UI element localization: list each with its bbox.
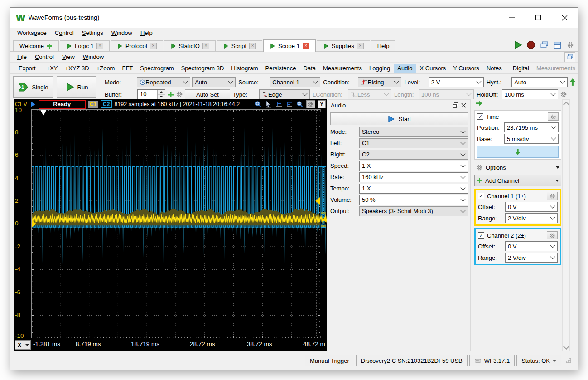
close-button[interactable] bbox=[551, 8, 578, 28]
x-cursor-tool-icon[interactable] bbox=[275, 101, 283, 108]
channel1-range-select[interactable]: 2 V/div bbox=[505, 213, 558, 223]
type-select[interactable]: Edge bbox=[259, 89, 310, 99]
tab-scope-1[interactable]: Scope 1 × bbox=[263, 39, 316, 52]
view-y-cursors[interactable]: Y Cursors bbox=[449, 64, 483, 73]
tab-welcome[interactable]: Welcome bbox=[13, 40, 59, 51]
x-axis-button[interactable]: X bbox=[15, 340, 31, 350]
audio-right-select[interactable]: C2 bbox=[359, 150, 468, 160]
mode-select[interactable]: Repeated bbox=[137, 77, 190, 87]
menu-settings[interactable]: Settings bbox=[78, 28, 107, 39]
menu-control[interactable]: Control bbox=[51, 28, 78, 39]
scroll-up-icon[interactable] bbox=[563, 102, 569, 108]
view-zoom[interactable]: +Zoom bbox=[93, 64, 119, 73]
close-icon[interactable]: × bbox=[96, 43, 103, 49]
view-spectrogram-3d[interactable]: Spectrogram 3D bbox=[178, 64, 228, 73]
close-icon[interactable]: × bbox=[150, 43, 157, 49]
zoom-in-icon[interactable] bbox=[254, 101, 262, 108]
view-measurements[interactable]: Measurements bbox=[319, 64, 366, 73]
channel2-range-select[interactable]: 2 V/div bbox=[505, 253, 558, 263]
y-cursor-tool-icon[interactable] bbox=[285, 101, 294, 108]
channel1-gear-icon[interactable] bbox=[547, 192, 558, 200]
manual-trigger-button[interactable]: Manual Trigger bbox=[305, 355, 354, 366]
view-histogram[interactable]: Histogram bbox=[227, 64, 261, 73]
menu-help[interactable]: Help bbox=[136, 28, 157, 39]
view-data[interactable]: Data bbox=[300, 64, 319, 73]
scroll-down-icon[interactable] bbox=[563, 343, 569, 350]
maximize-button[interactable] bbox=[525, 8, 551, 28]
hyst-select[interactable]: Auto bbox=[511, 77, 568, 87]
channel1-tab[interactable]: C1 bbox=[88, 101, 98, 108]
waveform-plot[interactable] bbox=[31, 109, 327, 338]
holdoff-select[interactable]: 100 ms bbox=[502, 89, 558, 99]
menu-workspace[interactable]: Workspace bbox=[13, 28, 51, 39]
arrow-up-icon[interactable] bbox=[569, 78, 576, 86]
condition-select[interactable]: Rising bbox=[358, 77, 401, 87]
audio-speed-select[interactable]: 1 X bbox=[359, 161, 468, 171]
source-select[interactable]: Channel 1 bbox=[270, 77, 320, 87]
options-row[interactable]: Options bbox=[474, 162, 561, 173]
view-spectrogram[interactable]: Spectrogram bbox=[136, 64, 177, 73]
view-xyz3d[interactable]: +XYZ 3D bbox=[62, 64, 93, 73]
plot-settings-gear-icon[interactable] bbox=[306, 100, 315, 108]
version-button[interactable]: WF3.17.1 bbox=[469, 355, 515, 366]
add-channel-button[interactable]: Add Channel bbox=[474, 175, 561, 186]
scope-menu-view[interactable]: View bbox=[58, 52, 79, 63]
menu-window[interactable]: Window bbox=[107, 28, 136, 39]
audio-rate-select[interactable]: 160 kHz bbox=[359, 172, 468, 182]
float-window-button[interactable] bbox=[564, 52, 575, 62]
buffer-spinner[interactable]: 10 bbox=[137, 89, 165, 99]
view-export[interactable]: Export bbox=[15, 64, 39, 73]
pointer-tool-icon[interactable] bbox=[265, 101, 273, 108]
position-select[interactable]: 23.7195 ms bbox=[504, 122, 559, 132]
scope-menu-file[interactable]: File bbox=[13, 52, 31, 63]
zoom-fit-icon[interactable] bbox=[296, 101, 304, 108]
y-axis-button[interactable]: Y bbox=[318, 100, 326, 108]
base-down-button[interactable] bbox=[477, 146, 559, 158]
run-button[interactable]: Run bbox=[57, 76, 96, 98]
panel-scrollbar[interactable] bbox=[562, 99, 570, 352]
tab-staticio[interactable]: StaticIO × bbox=[164, 40, 216, 51]
time-gear-icon[interactable] bbox=[548, 112, 559, 121]
view-persistence[interactable]: Persistence bbox=[262, 64, 300, 73]
channel2-gear-icon[interactable] bbox=[547, 231, 558, 239]
cascade-windows-button[interactable] bbox=[539, 39, 549, 50]
level-select[interactable]: 2 V bbox=[429, 77, 484, 87]
single-button[interactable]: 1 Single bbox=[13, 76, 53, 98]
view-fft[interactable]: FFT bbox=[118, 64, 136, 73]
tab-script[interactable]: Script × bbox=[217, 40, 262, 51]
view-digital[interactable]: Digital bbox=[509, 64, 533, 73]
settings-gear-icon[interactable] bbox=[565, 39, 576, 50]
lcondition-select[interactable]: Less bbox=[348, 89, 391, 99]
audio-tempo-select[interactable]: 1 X bbox=[359, 184, 468, 194]
device-button[interactable]: Discovery2 C SN:210321B2DF59 USB bbox=[356, 355, 468, 366]
view-x-cursors[interactable]: X Cursors bbox=[416, 64, 450, 73]
tab-logic-1[interactable]: Logic 1 × bbox=[60, 40, 110, 51]
base-select[interactable]: 5 ms/div bbox=[504, 134, 559, 144]
audio-mode-select[interactable]: Stereo bbox=[359, 127, 468, 137]
channel2-checkbox[interactable]: ✓ bbox=[478, 232, 484, 239]
status-ok-button[interactable]: Status: OK bbox=[516, 355, 561, 366]
add-buffer-icon[interactable] bbox=[167, 91, 174, 98]
audio-left-select[interactable]: C1 bbox=[359, 138, 468, 148]
tab-supplies[interactable]: Supplies × bbox=[317, 40, 370, 51]
scope-menu-control[interactable]: Control bbox=[31, 52, 58, 63]
view-notes[interactable]: Notes bbox=[483, 64, 506, 73]
channel2-tab[interactable]: C2 bbox=[101, 100, 112, 108]
view-xy[interactable]: +XY bbox=[43, 64, 62, 73]
tab-help[interactable]: Help bbox=[371, 40, 396, 51]
scope-menu-window[interactable]: Window bbox=[79, 52, 108, 63]
close-icon[interactable]: × bbox=[249, 43, 256, 49]
buffer-gear-icon[interactable] bbox=[176, 91, 183, 98]
view-logging[interactable]: Logging bbox=[366, 64, 394, 73]
resize-grip[interactable] bbox=[566, 358, 571, 363]
collapse-panel-arrow-icon[interactable] bbox=[474, 99, 561, 107]
channel1-checkbox[interactable]: ✓ bbox=[478, 193, 484, 199]
float-panel-icon[interactable] bbox=[451, 102, 459, 109]
split-windows-button[interactable] bbox=[552, 39, 563, 50]
trigger-gear-icon[interactable] bbox=[560, 91, 567, 98]
auto-set-button[interactable]: Auto Set bbox=[185, 89, 230, 99]
length-select[interactable]: 100 ns bbox=[419, 89, 474, 99]
channel2-offset-select[interactable]: 0 V bbox=[505, 241, 558, 251]
close-icon[interactable]: × bbox=[357, 43, 364, 49]
time-checkbox[interactable]: ✓ bbox=[477, 113, 483, 120]
